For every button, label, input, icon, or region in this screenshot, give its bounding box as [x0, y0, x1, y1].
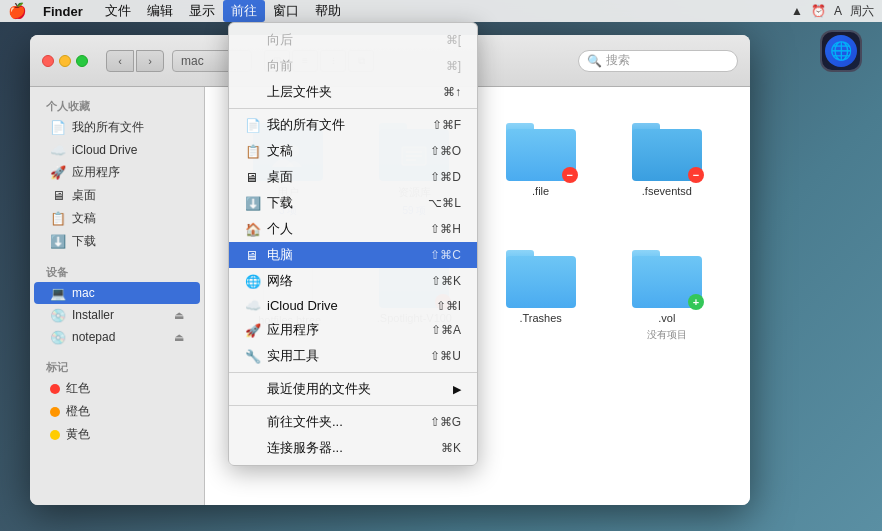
menubar-finder[interactable]: Finder	[35, 0, 91, 22]
menubar-goto[interactable]: 前往	[223, 0, 265, 22]
menu-sep-2	[229, 372, 477, 373]
sidebar-item-all-files-label: 我的所有文件	[72, 119, 144, 136]
sidebar-item-tag-red-label: 红色	[66, 380, 90, 397]
menu-item-desktop[interactable]: 🖥 桌面 ⇧⌘D	[229, 164, 477, 190]
menu-item-apps[interactable]: 🚀 应用程序 ⇧⌘A	[229, 317, 477, 343]
menubar-window[interactable]: 窗口	[265, 0, 307, 22]
file-item-trashes[interactable]: .Trashes	[488, 244, 594, 348]
menu-item-apps-shortcut: ⇧⌘A	[431, 323, 461, 337]
sidebar-item-tag-orange[interactable]: 橙色	[34, 400, 200, 423]
sidebar-item-icloud[interactable]: ☁️ iCloud Drive	[34, 139, 200, 161]
computer-icon: 🖥	[245, 248, 263, 263]
vol-count: 没有项目	[647, 328, 687, 342]
file-item-file[interactable]: − .file	[488, 117, 594, 224]
menu-item-connect-server-shortcut: ⌘K	[441, 441, 461, 455]
menu-item-back-label: 向后	[267, 31, 293, 49]
menubar-timemachine: ⏰	[811, 4, 826, 18]
menubar-help[interactable]: 帮助	[307, 0, 349, 22]
sidebar-item-documents[interactable]: 📋 文稿	[34, 207, 200, 230]
personal-icon: 🏠	[245, 222, 263, 237]
menu-item-documents-shortcut: ⇧⌘O	[430, 144, 461, 158]
fullscreen-button[interactable]	[76, 55, 88, 67]
menubar-right: ▲ ⏰ A 周六	[791, 3, 874, 20]
menu-item-forward-label: 向前	[267, 57, 293, 75]
menu-item-utilities-shortcut: ⇧⌘U	[430, 349, 461, 363]
documents-icon: 📋	[245, 144, 263, 159]
menubar: 🍎 Finder 文件 编辑 显示 前往 窗口 帮助 ▲ ⏰ A 周六	[0, 0, 882, 22]
sidebar-item-notepad[interactable]: 💿 notepad ⏏	[34, 326, 200, 348]
apple-menu[interactable]: 🍎	[8, 2, 27, 20]
sidebar-item-apps-label: 应用程序	[72, 164, 120, 181]
menu-item-downloads[interactable]: ⬇️ 下载 ⌥⌘L	[229, 190, 477, 216]
sidebar-item-downloads[interactable]: ⬇️ 下载	[34, 230, 200, 253]
menu-sep-1	[229, 108, 477, 109]
menu-item-goto-folder-label: 前往文件夹...	[267, 413, 343, 431]
menu-item-connect-server-label: 连接服务器...	[267, 439, 343, 457]
downloads-icon: ⬇️	[245, 196, 263, 211]
badge-minus-file: −	[562, 167, 578, 183]
menu-item-personal-label: 个人	[267, 220, 293, 238]
menu-item-all-files[interactable]: 📄 我的所有文件 ⇧⌘F	[229, 112, 477, 138]
notepad-sidebar-icon: 💿	[50, 329, 66, 345]
file-item-fseventsd[interactable]: − .fseventsd	[614, 117, 720, 224]
menu-item-connect-server[interactable]: 连接服务器... ⌘K	[229, 435, 477, 461]
file-item-vol[interactable]: + .vol 没有项目	[614, 244, 720, 348]
menu-item-apps-label: 应用程序	[267, 321, 319, 339]
menu-item-all-files-shortcut: ⇧⌘F	[432, 118, 461, 132]
menubar-file[interactable]: 文件	[97, 0, 139, 22]
menu-item-network-label: 网络	[267, 272, 293, 290]
sidebar-item-tag-red[interactable]: 红色	[34, 377, 200, 400]
tag-yellow-dot	[50, 430, 60, 440]
sidebar-item-mac[interactable]: 💻 mac	[34, 282, 200, 304]
sidebar-item-all-files[interactable]: 📄 我的所有文件	[34, 116, 200, 139]
menu-item-desktop-shortcut: ⇧⌘D	[430, 170, 461, 184]
menubar-edit[interactable]: 编辑	[139, 0, 181, 22]
menu-item-forward[interactable]: 向前 ⌘]	[229, 53, 477, 79]
favorites-title: 个人收藏	[30, 95, 204, 116]
sidebar-item-tag-yellow-label: 黄色	[66, 426, 90, 443]
menu-item-parent[interactable]: 上层文件夹 ⌘↑	[229, 79, 477, 105]
installer-eject-icon[interactable]: ⏏	[174, 309, 184, 322]
close-button[interactable]	[42, 55, 54, 67]
sidebar-item-installer[interactable]: 💿 Installer ⏏	[34, 304, 200, 326]
sidebar-item-apps[interactable]: 🚀 应用程序	[34, 161, 200, 184]
forward-nav-button[interactable]: ›	[136, 50, 164, 72]
menu-item-computer[interactable]: 🖥 电脑 ⇧⌘C	[229, 242, 477, 268]
menubar-wifi-icon: ▲	[791, 4, 803, 18]
menubar-keyboard: A	[834, 4, 842, 18]
tags-title: 标记	[30, 356, 204, 377]
menu-item-documents[interactable]: 📋 文稿 ⇧⌘O	[229, 138, 477, 164]
menu-item-icloud-label: iCloud Drive	[267, 298, 338, 313]
notepad-eject-icon[interactable]: ⏏	[174, 331, 184, 344]
sidebar-item-mac-label: mac	[72, 286, 95, 300]
search-icon: 🔍	[587, 54, 602, 68]
menu-sep-3	[229, 405, 477, 406]
sidebar-item-icloud-label: iCloud Drive	[72, 143, 137, 157]
sidebar-item-desktop[interactable]: 🖥 桌面	[34, 184, 200, 207]
sidebar-item-tag-yellow[interactable]: 黄色	[34, 423, 200, 446]
menu-item-network-shortcut: ⇧⌘K	[431, 274, 461, 288]
sidebar-item-installer-label: Installer	[72, 308, 114, 322]
menu-item-recent-folders-label: 最近使用的文件夹	[267, 380, 371, 398]
app-icon-inner: 🌐	[825, 35, 857, 67]
tag-red-dot	[50, 384, 60, 394]
all-files-icon: 📄	[245, 118, 263, 133]
menu-item-back[interactable]: 向后 ⌘[	[229, 27, 477, 53]
menu-item-recent-folders[interactable]: 最近使用的文件夹 ▶	[229, 376, 477, 402]
menu-item-network[interactable]: 🌐 网络 ⇧⌘K	[229, 268, 477, 294]
search-placeholder: 搜索	[606, 52, 630, 69]
badge-plus-vol: +	[688, 294, 704, 310]
menu-item-parent-shortcut: ⌘↑	[443, 85, 461, 99]
devices-title: 设备	[30, 261, 204, 282]
back-nav-button[interactable]: ‹	[106, 50, 134, 72]
menu-item-utilities[interactable]: 🔧 实用工具 ⇧⌘U	[229, 343, 477, 369]
menu-item-goto-folder[interactable]: 前往文件夹... ⇧⌘G	[229, 409, 477, 435]
menubar-view[interactable]: 显示	[181, 0, 223, 22]
minimize-button[interactable]	[59, 55, 71, 67]
icloud-sidebar-icon: ☁️	[50, 142, 66, 158]
utilities-icon: 🔧	[245, 349, 263, 364]
search-bar[interactable]: 🔍 搜索	[578, 50, 738, 72]
menu-item-personal[interactable]: 🏠 个人 ⇧⌘H	[229, 216, 477, 242]
menu-item-icloud[interactable]: ☁️ iCloud Drive ⇧⌘I	[229, 294, 477, 317]
badge-minus-fseventsd: −	[688, 167, 704, 183]
